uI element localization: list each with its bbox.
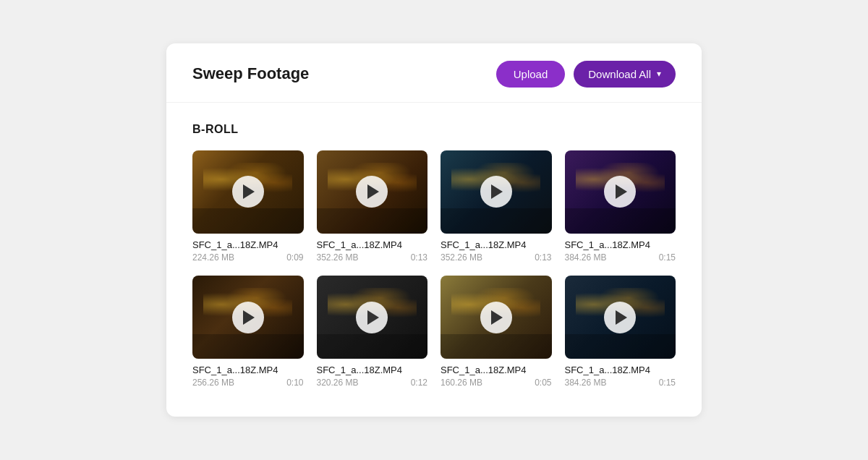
video-name: SFC_1_a...18Z.MP4 xyxy=(317,239,428,250)
header-actions: Upload Download All ▾ xyxy=(496,61,676,88)
play-button[interactable] xyxy=(480,176,512,208)
video-name: SFC_1_a...18Z.MP4 xyxy=(565,365,676,375)
download-all-button[interactable]: Download All ▾ xyxy=(574,61,676,88)
video-meta: 352.26 MB 0:13 xyxy=(317,252,428,263)
play-button[interactable] xyxy=(604,302,636,333)
video-item-3[interactable]: SFC_1_a...18Z.MP4 352.26 MB 0:13 xyxy=(441,150,552,263)
video-size: 352.26 MB xyxy=(317,252,359,263)
play-button[interactable] xyxy=(604,176,636,208)
chevron-down-icon: ▾ xyxy=(657,69,661,79)
video-item-7[interactable]: SFC_1_a...18Z.MP4 160.26 MB 0:05 xyxy=(441,276,552,388)
video-name: SFC_1_a...18Z.MP4 xyxy=(441,365,552,375)
video-size: 384.26 MB xyxy=(565,378,607,388)
video-thumbnail[interactable] xyxy=(317,276,428,359)
video-thumbnail[interactable] xyxy=(317,150,428,234)
video-duration: 0:09 xyxy=(286,252,303,263)
video-thumbnail[interactable] xyxy=(441,150,552,234)
video-thumbnail[interactable] xyxy=(441,276,552,359)
video-duration: 0:10 xyxy=(286,378,303,388)
section-title: B-ROLL xyxy=(192,123,676,136)
video-size: 384.26 MB xyxy=(565,252,607,263)
video-item-6[interactable]: SFC_1_a...18Z.MP4 320.26 MB 0:12 xyxy=(317,276,428,388)
play-button[interactable] xyxy=(480,302,512,333)
play-button[interactable] xyxy=(232,176,264,208)
video-name: SFC_1_a...18Z.MP4 xyxy=(317,365,428,375)
video-thumbnail[interactable] xyxy=(192,276,304,359)
video-duration: 0:15 xyxy=(659,378,676,388)
play-icon xyxy=(367,184,379,199)
video-item-4[interactable]: SFC_1_a...18Z.MP4 384.26 MB 0:15 xyxy=(565,150,676,263)
play-icon xyxy=(616,310,627,325)
play-icon xyxy=(491,184,503,199)
video-meta: 256.26 MB 0:10 xyxy=(192,378,304,388)
video-size: 224.26 MB xyxy=(192,252,234,263)
video-item-5[interactable]: SFC_1_a...18Z.MP4 256.26 MB 0:10 xyxy=(192,276,304,388)
video-meta: 320.26 MB 0:12 xyxy=(317,378,428,388)
video-duration: 0:15 xyxy=(659,252,676,263)
video-name: SFC_1_a...18Z.MP4 xyxy=(192,239,304,250)
video-duration: 0:13 xyxy=(535,252,551,263)
video-thumbnail[interactable] xyxy=(565,150,676,234)
play-button[interactable] xyxy=(356,302,388,333)
play-button[interactable] xyxy=(356,176,388,208)
video-duration: 0:05 xyxy=(535,378,551,388)
video-item-1[interactable]: SFC_1_a...18Z.MP4 224.26 MB 0:09 xyxy=(192,150,304,263)
video-meta: 384.26 MB 0:15 xyxy=(565,252,676,263)
page-title: Sweep Footage xyxy=(192,64,309,83)
video-item-8[interactable]: SFC_1_a...18Z.MP4 384.26 MB 0:15 xyxy=(565,276,676,388)
video-size: 256.26 MB xyxy=(192,378,234,388)
video-size: 352.26 MB xyxy=(441,252,482,263)
content: B-ROLL SFC_1_a...18Z.MP4 224.26 MB 0:09 … xyxy=(166,103,702,388)
video-item-2[interactable]: SFC_1_a...18Z.MP4 352.26 MB 0:13 xyxy=(317,150,428,263)
video-meta: 352.26 MB 0:13 xyxy=(441,252,552,263)
play-icon xyxy=(243,184,255,199)
header: Sweep Footage Upload Download All ▾ xyxy=(166,43,702,103)
main-container: Sweep Footage Upload Download All ▾ B-RO… xyxy=(166,43,702,417)
video-thumbnail[interactable] xyxy=(192,150,304,234)
video-meta: 384.26 MB 0:15 xyxy=(565,378,676,388)
video-meta: 224.26 MB 0:09 xyxy=(192,252,304,263)
play-icon xyxy=(491,310,503,325)
video-duration: 0:13 xyxy=(411,252,427,263)
download-all-label: Download All xyxy=(588,68,651,80)
video-name: SFC_1_a...18Z.MP4 xyxy=(192,365,304,375)
video-meta: 160.26 MB 0:05 xyxy=(441,378,552,388)
play-icon xyxy=(367,310,379,325)
video-size: 320.26 MB xyxy=(317,378,359,388)
play-button[interactable] xyxy=(232,302,264,333)
video-name: SFC_1_a...18Z.MP4 xyxy=(565,239,676,250)
video-size: 160.26 MB xyxy=(441,378,482,388)
play-icon xyxy=(243,310,255,325)
video-thumbnail[interactable] xyxy=(565,276,676,359)
video-duration: 0:12 xyxy=(411,378,427,388)
video-grid: SFC_1_a...18Z.MP4 224.26 MB 0:09 SFC_1_a… xyxy=(192,150,676,388)
video-name: SFC_1_a...18Z.MP4 xyxy=(441,239,552,250)
play-icon xyxy=(616,184,627,199)
upload-button[interactable]: Upload xyxy=(496,61,566,88)
